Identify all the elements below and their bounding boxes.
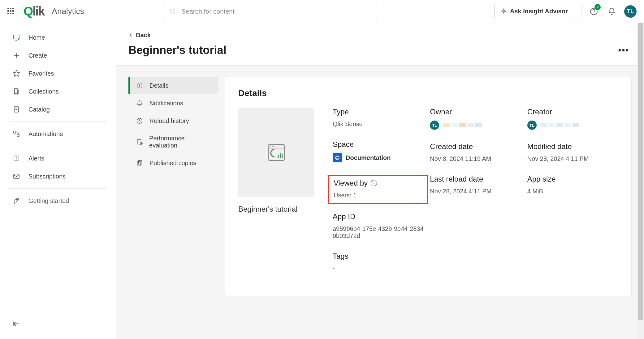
meta-appsize: App size 4 MiB [527, 175, 618, 195]
body: Home Create Favorites Collections Catalo… [0, 23, 644, 339]
sidebar-item-alerts[interactable]: Alerts [0, 149, 116, 167]
sidebar-label: Favorites [28, 70, 54, 77]
sidebar-label: Catalog [28, 106, 50, 113]
file-icon [12, 105, 20, 113]
sidebar-collapse-button[interactable] [0, 315, 116, 333]
apps-grid-icon[interactable] [7, 8, 15, 15]
meta-space: Space Documentation [333, 140, 424, 162]
sidebar-item-favorites[interactable]: Favorites [0, 64, 116, 82]
sidebar-item-automations[interactable]: Automations [0, 125, 116, 143]
meta-app-id: App ID a959b6b4-175e-432b-9e44-28349b03d… [333, 212, 424, 240]
tab-reload-history[interactable]: Reload history [128, 112, 218, 130]
space-label: Space [333, 140, 424, 149]
owner-avatar: TL [430, 121, 439, 130]
tags-label: Tags [333, 252, 424, 261]
content-area: Details Notifications Reload history Per… [116, 66, 644, 339]
sidebar-item-subscriptions[interactable]: Subscriptions [0, 167, 116, 185]
sidebar-item-catalog[interactable]: Catalog [0, 100, 116, 118]
collapse-icon [12, 320, 20, 328]
app-thumbnail-icon [266, 143, 286, 162]
thumb-col: Beginner's tutorial [238, 108, 314, 284]
tab-notifications[interactable]: Notifications [128, 95, 218, 112]
main-header: Back Beginner's tutorial ••• [116, 23, 644, 66]
help-badge: 2 [594, 4, 601, 10]
created-label: Created date [430, 142, 521, 151]
svg-rect-17 [14, 174, 19, 178]
page-title: Beginner's tutorial [128, 44, 227, 57]
lastreload-value: Nov 28, 2024 4:11 PM [430, 188, 521, 195]
type-label: Type [333, 108, 424, 116]
tab-details[interactable]: Details [128, 77, 218, 94]
svg-point-26 [140, 143, 142, 145]
sidebar: Home Create Favorites Collections Catalo… [0, 23, 116, 339]
tab-label: Notifications [149, 100, 183, 107]
info-icon[interactable]: i [371, 180, 377, 186]
bell-icon [608, 7, 616, 15]
viewed-by-value: Users: 1 [334, 192, 423, 199]
sidebar-divider [9, 121, 107, 122]
tab-label: Reload history [149, 117, 189, 125]
appsize-label: App size [527, 175, 618, 183]
meta-grid: Type Qlik Sense Space Documentation [333, 108, 618, 284]
ask-insight-button[interactable]: Ask Insight Advisor [494, 4, 574, 19]
svg-point-16 [16, 159, 17, 160]
app-id-label: App ID [333, 212, 424, 221]
qlik-logo[interactable]: Qlik [24, 4, 45, 18]
tab-published-copies[interactable]: Published copies [128, 154, 218, 172]
mail-icon [12, 172, 20, 180]
meta-type: Type Qlik Sense [333, 108, 424, 128]
more-actions-button[interactable]: ••• [616, 44, 632, 56]
tab-performance[interactable]: Performance evaluation [128, 130, 218, 154]
sidebar-item-create[interactable]: Create [0, 46, 116, 64]
thumb-title: Beginner's tutorial [238, 205, 314, 214]
brand-sub-label: Analytics [52, 7, 84, 16]
svg-marker-8 [13, 70, 19, 76]
type-value: Qlik Sense [333, 121, 424, 128]
svg-point-33 [274, 146, 274, 147]
alert-icon [12, 154, 20, 162]
scrollbar-thumb[interactable] [638, 23, 643, 320]
sidebar-item-home[interactable]: Home [0, 29, 116, 46]
rocket-icon [12, 197, 20, 205]
lastreload-label: Last reload date [430, 175, 521, 183]
owner-name-redacted [443, 123, 482, 127]
topbar-right: Ask Insight Advisor 2 TL [494, 4, 637, 19]
sidebar-label: Alerts [28, 155, 44, 162]
tab-label: Details [149, 82, 168, 89]
notifications-button[interactable] [606, 6, 617, 17]
modified-value: Nov 28, 2024 4:11 PM [527, 155, 618, 162]
sidebar-label: Getting started [28, 197, 69, 205]
perf-icon [136, 138, 143, 146]
user-avatar[interactable]: TL [624, 5, 637, 18]
plus-icon [12, 51, 20, 59]
card-body: Beginner's tutorial Type Qlik Sense Spac… [238, 108, 618, 284]
sidebar-label: Create [28, 52, 47, 59]
ask-insight-label: Ask Insight Advisor [510, 8, 568, 15]
modified-label: Modified date [527, 142, 618, 151]
space-value[interactable]: Documentation [333, 153, 424, 162]
creator-label: Creator [527, 108, 618, 116]
scrollbar[interactable] [637, 23, 644, 339]
search-input[interactable] [164, 4, 377, 19]
chevron-left-icon [128, 33, 133, 38]
app-id-value: a959b6b4-175e-432b-9e44-28349b03d72d [333, 225, 424, 240]
star-icon [12, 69, 20, 77]
svg-point-32 [272, 146, 273, 147]
meta-tags: Tags - [333, 252, 424, 272]
sidebar-divider [9, 188, 107, 189]
svg-line-1 [174, 12, 175, 14]
help-button[interactable]: 2 [588, 6, 599, 17]
sidebar-divider [9, 146, 107, 146]
svg-rect-13 [17, 134, 19, 137]
sidebar-label: Automations [28, 130, 63, 138]
sidebar-item-collections[interactable]: Collections [0, 82, 116, 100]
svg-rect-35 [280, 153, 281, 158]
sidebar-item-getting-started[interactable]: Getting started [0, 192, 116, 210]
flow-icon [12, 130, 20, 138]
back-button[interactable]: Back [128, 32, 151, 39]
page-title-row: Beginner's tutorial ••• [128, 44, 632, 57]
meta-owner: Owner TL [430, 108, 521, 130]
creator-avatar: TL [527, 121, 537, 130]
history-icon [136, 117, 143, 125]
space-icon [333, 153, 342, 162]
